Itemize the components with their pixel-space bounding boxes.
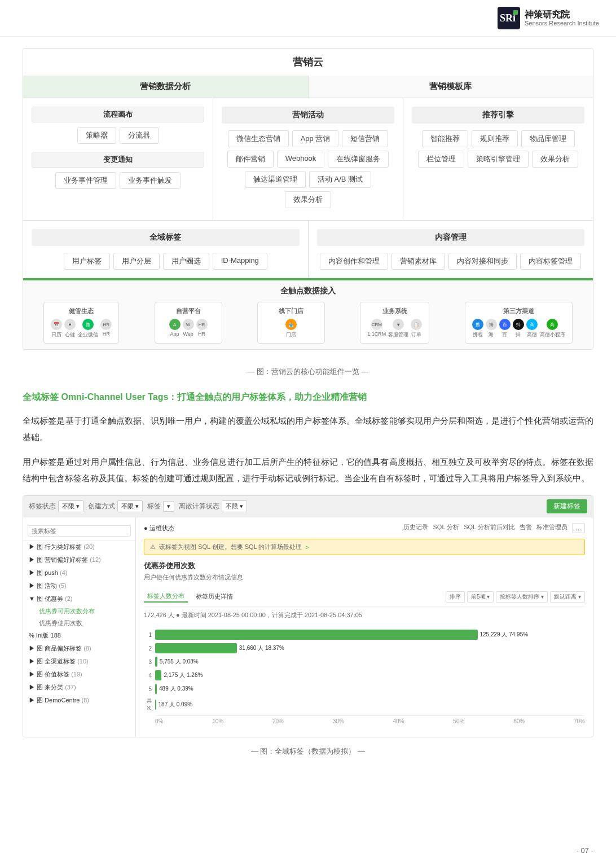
filter-select-tag[interactable]: ▾ bbox=[163, 501, 174, 512]
new-tag-button[interactable]: 新建标签 bbox=[547, 499, 587, 513]
platform-title-1: 健管生态 bbox=[51, 307, 112, 315]
mc-item-app: App 营销 bbox=[292, 130, 339, 147]
sidebar-item-value[interactable]: ▶ 图 价值标签 (19) bbox=[23, 668, 135, 681]
platform-icon-dou: 抖 抖 bbox=[513, 319, 524, 339]
sidebar-item-democentre[interactable]: ▶ 图 DemoCentre (8) bbox=[23, 694, 135, 707]
notification-group: 变更通知 业务事件管理 业务事件触发 bbox=[32, 152, 204, 189]
marketing-items: 微信生态营销 App 营销 短信营销 邮件营销 Webhook 在线弹窗服务 触… bbox=[222, 130, 394, 208]
action-history: 历史记录 bbox=[403, 523, 428, 533]
alert-icon: ⚠ bbox=[150, 543, 156, 551]
sidebar-item-uncategorized[interactable]: ▶ 图 来分类 (37) bbox=[23, 681, 135, 694]
chart-row-5: 5 489 人 0.39% bbox=[144, 684, 585, 694]
platform-icon-app: A App bbox=[169, 319, 181, 337]
alert-link[interactable]: > bbox=[305, 544, 309, 551]
sidebar-item-ini[interactable]: % Ini版 188 bbox=[23, 629, 135, 642]
bar-wrap-4: 2,175 人 1.26% bbox=[155, 670, 585, 680]
mc-item-smart-recommend: 智能推荐 bbox=[422, 130, 468, 147]
platform-icon-store: 🏪 门店 bbox=[285, 319, 297, 339]
mc-item-wechat: 微信生态营销 bbox=[228, 130, 289, 147]
bar-5 bbox=[155, 684, 157, 694]
touch-point-section: 全触点数据接入 健管生态 📅 日历 ♥ 心健 bbox=[23, 279, 593, 349]
action-sql2[interactable]: SQL 分析前后对比 bbox=[464, 523, 515, 533]
platform-icon-calendar: 📅 日历 bbox=[51, 319, 62, 339]
platform-icons-1: 📅 日历 ♥ 心健 微 企业微信 HR HR bbox=[51, 319, 112, 339]
sidebar-item-push[interactable]: ▶ 图 push (4) bbox=[23, 566, 135, 579]
x-label-60: 60% bbox=[513, 718, 525, 724]
chart-row-4: 4 2,175 人 1.26% bbox=[144, 670, 585, 680]
platform-icon-order: 📋 订单 bbox=[411, 319, 422, 339]
filter-select-status[interactable]: 不限 ▾ bbox=[58, 500, 83, 512]
tab-history[interactable]: 标签历史详情 bbox=[192, 591, 236, 602]
x-label-50: 50% bbox=[453, 718, 464, 724]
platform-icon-ctrip: 携 携程 bbox=[472, 319, 483, 339]
filter-tag-status: 标签状态 不限 ▾ bbox=[29, 500, 83, 512]
mc-tabs: 营销数据分析 营销模板库 bbox=[23, 76, 593, 98]
filter-label-method: 创建方式 bbox=[88, 502, 115, 511]
bar-label-5: 489 人 0.39% bbox=[159, 685, 193, 693]
section-heading: 全域标签 Omni-Channel User Tags：打通全触点的用户标签体系… bbox=[23, 390, 593, 404]
sidebar-item-activity[interactable]: ▶ 图 活动 (5) bbox=[23, 579, 135, 592]
bar-wrap-2: 31,660 人 18.37% bbox=[155, 643, 585, 653]
mc-tab-template[interactable]: 营销模板库 bbox=[309, 76, 593, 98]
logo-area: SRi 神策研究院 Sensors Research Institute bbox=[498, 7, 599, 29]
top5-button[interactable]: 前5项 ▾ bbox=[467, 591, 494, 603]
filter-select-method[interactable]: 不限 ▾ bbox=[117, 500, 143, 512]
platform-icon-gaode: 高 高德 bbox=[526, 319, 538, 339]
filter-tag: 标签 ▾ bbox=[147, 501, 174, 512]
sort-by-count-button[interactable]: 按标签人数排序 ▾ bbox=[496, 591, 548, 603]
action-admin[interactable]: 标准管理员 bbox=[536, 523, 567, 533]
logo-text: 神策研究院 Sensors Research Institute bbox=[525, 9, 599, 27]
mc-content-title: 内容管理 bbox=[317, 229, 585, 246]
sort-button[interactable]: 排序 bbox=[446, 591, 465, 603]
sidebar-item-omni[interactable]: ▶ 图 全渠道标签 (10) bbox=[23, 655, 135, 668]
tab-distribution[interactable]: 标签人数分布 bbox=[144, 591, 188, 603]
tag-search bbox=[23, 522, 135, 540]
more-button[interactable]: ... bbox=[572, 523, 585, 533]
action-sql1[interactable]: SQL 分析 bbox=[433, 523, 459, 533]
mc-item-user-select: 用户圈选 bbox=[163, 253, 209, 270]
platform-title-5: 第三方渠道 bbox=[472, 307, 565, 315]
chart-row-2: 2 31,660 人 18.37% bbox=[144, 643, 585, 653]
touch-point-title: 全触点数据接入 bbox=[29, 286, 587, 296]
tag-search-input[interactable] bbox=[28, 525, 131, 537]
platform-box-1: 健管生态 📅 日历 ♥ 心健 微 企业微信 bbox=[43, 302, 119, 344]
mc-item-content-create: 内容创作和管理 bbox=[320, 253, 388, 270]
bar-1 bbox=[155, 630, 478, 640]
tag-main-actions: 历史记录 SQL 分析 SQL 分析前后对比 告警 标准管理员 ... bbox=[403, 523, 585, 533]
coupon-title: 优惠券使用次数 bbox=[144, 561, 585, 571]
notification-title: 变更通知 bbox=[32, 152, 204, 168]
bar-wrap-other: 187 人 0.09% bbox=[155, 700, 585, 710]
page-number: - 07 - bbox=[577, 846, 593, 855]
default-distance-button[interactable]: 默认距离 ▾ bbox=[550, 591, 585, 603]
tag-table-header: 标签人数分布 标签历史详情 排序 前5项 ▾ 按标签人数排序 ▾ 默认距离 ▾ bbox=[144, 587, 585, 606]
platform-icon-hr: HR HR bbox=[100, 319, 112, 339]
sidebar-item-behavior[interactable]: ▶ 图 行为类好标签 (20) bbox=[23, 540, 135, 553]
tag-info-text: 172,426 人 ● 最新时间 2021-08-25 00:00:00，计算完… bbox=[144, 611, 585, 619]
coupon-desc: 用户使任何优惠券次数分布情况信息 bbox=[144, 573, 585, 582]
sidebar-item-coupon-distribute[interactable]: 优惠券可用次数分布 bbox=[34, 605, 135, 617]
action-alarm[interactable]: 告警 bbox=[520, 523, 532, 533]
mc-item-user-tag: 用户标签 bbox=[64, 253, 110, 270]
mc-tab-data[interactable]: 营销数据分析 bbox=[23, 76, 309, 98]
sidebar-item-coupon-use[interactable]: 优惠券使用次数 bbox=[34, 617, 135, 629]
recommend-items: 智能推荐 规则推荐 物品库管理 栏位管理 策略引擎管理 效果分析 bbox=[412, 130, 584, 168]
caption-marketing-cloud: — 图：营销云的核心功能组件一览 — bbox=[23, 367, 593, 377]
bar-label-1: 125,229 人 74.95% bbox=[480, 631, 529, 639]
logo-cn: 神策研究院 bbox=[525, 9, 599, 20]
mc-recommend-title: 推荐引擎 bbox=[412, 107, 584, 124]
mc-item-ab: 活动 A/B 测试 bbox=[309, 171, 371, 188]
x-label-0: 0% bbox=[155, 718, 163, 724]
filter-select-compute[interactable]: 不限 ▾ bbox=[222, 500, 247, 512]
sidebar-item-goods[interactable]: ▶ 图 商品偏好标签 (8) bbox=[23, 642, 135, 655]
bar-label-2: 31,660 人 18.37% bbox=[239, 644, 284, 652]
mc-item-channel: 触达渠道管理 bbox=[245, 171, 306, 188]
mc-global-tags-section: 全域标签 用户标签 用户分层 用户圈选 ID-Mapping bbox=[23, 221, 309, 278]
tag-ui-box: 标签状态 不限 ▾ 创建方式 不限 ▾ 标签 ▾ 离散计算状态 不限 ▾ 新建标… bbox=[23, 495, 593, 737]
mc-middle: 营销活动 微信生态营销 App 营销 短信营销 邮件营销 Webhook 在线弹… bbox=[213, 98, 403, 220]
mc-item-rule-recommend: 规则推荐 bbox=[472, 130, 518, 147]
sidebar-item-marketing[interactable]: ▶ 图 营销偏好好标签 (12) bbox=[23, 553, 135, 566]
mc-item-email: 邮件营销 bbox=[227, 151, 274, 168]
logo-icon: SRi bbox=[498, 7, 520, 29]
sidebar-item-coupon[interactable]: ▼ 图 优惠券 (2) bbox=[23, 592, 135, 605]
marketing-cloud-title: 营销云 bbox=[23, 49, 593, 76]
